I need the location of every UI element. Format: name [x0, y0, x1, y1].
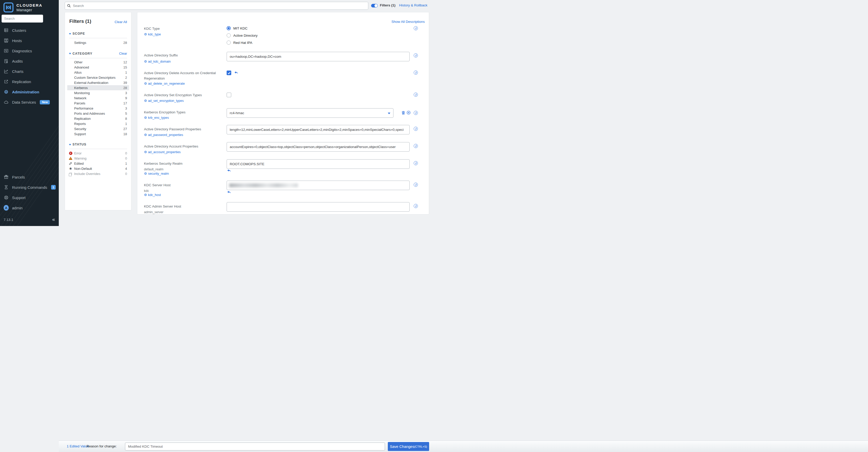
- filter-status-error[interactable]: × Error0: [67, 151, 129, 156]
- sidebar-item-hosts[interactable]: Hosts: [0, 35, 59, 46]
- history-rollback-link[interactable]: History & Rollback: [399, 3, 427, 7]
- status-section-header[interactable]: ▾ STATUS: [69, 142, 127, 149]
- filter-status-include-overrides[interactable]: Include Overrides0: [67, 171, 129, 176]
- sidebar-item-data-services[interactable]: Data Services New: [0, 97, 59, 107]
- setting-label-ad-suffix: Active Directory Suffix: [144, 53, 224, 58]
- sidebar-item-support[interactable]: Support: [0, 192, 59, 203]
- property-link-ad-set-encryption-types[interactable]: ⚙ ad_set_encryption_types: [144, 99, 184, 103]
- radio-mit-kdc[interactable]: [227, 26, 231, 30]
- property-link-security-realm[interactable]: ⚙ security_realm: [144, 172, 169, 175]
- info-icon[interactable]: i: [414, 127, 418, 131]
- ad-suffix-input[interactable]: [227, 52, 410, 61]
- filter-category-kerberos[interactable]: Kerberos28: [67, 85, 129, 90]
- radio-active-directory[interactable]: [227, 33, 231, 37]
- info-icon[interactable]: i: [414, 161, 418, 165]
- error-icon: ×: [69, 151, 72, 155]
- sidebar-item-audits[interactable]: Audits: [0, 56, 59, 66]
- undo-icon[interactable]: [227, 190, 231, 194]
- delete-value-icon[interactable]: [401, 110, 406, 115]
- gears-icon: ⚙: [144, 116, 147, 119]
- filter-status-warning[interactable]: Warning0: [67, 156, 129, 161]
- clear-all-link[interactable]: Clear All: [115, 20, 127, 24]
- info-icon[interactable]: i: [414, 204, 418, 208]
- app-logo[interactable]: CLOUDERA Manager: [3, 2, 42, 12]
- life-ring-icon: [4, 195, 9, 200]
- sidebar-item-running-commands[interactable]: Running Commands 1: [0, 182, 59, 192]
- radio-red-hat-ipa[interactable]: [227, 40, 231, 45]
- filter-category-monitoring[interactable]: Monitoring3: [67, 90, 129, 95]
- kdc-admin-server-host-input[interactable]: [227, 202, 410, 212]
- info-icon[interactable]: i: [414, 70, 418, 75]
- diagnostics-icon: [4, 48, 9, 53]
- kerberos-security-realm-input[interactable]: [227, 159, 410, 169]
- filter-category-support[interactable]: Support18: [67, 131, 129, 136]
- info-icon[interactable]: i: [414, 93, 418, 97]
- sidebar-search-input[interactable]: [2, 14, 43, 23]
- setting-label-kdc-type: KDC Type: [144, 26, 224, 32]
- undo-icon[interactable]: [234, 70, 239, 75]
- sidebar-item-label: Data Services: [12, 100, 36, 104]
- sidebar-item-replication[interactable]: Replication: [0, 76, 59, 87]
- info-icon[interactable]: i: [414, 53, 418, 58]
- scope-section-header[interactable]: ▾ SCOPE: [69, 32, 127, 38]
- ad-account-properties-input[interactable]: [227, 142, 410, 152]
- filter-category-reports[interactable]: Reports1: [67, 121, 129, 126]
- property-link-ad-account-properties[interactable]: ⚙ ad_account_properties: [144, 150, 181, 154]
- info-icon[interactable]: i: [414, 26, 418, 30]
- info-icon[interactable]: i: [414, 111, 418, 115]
- settings-search-input[interactable]: [65, 2, 368, 10]
- add-value-icon[interactable]: [406, 110, 411, 115]
- sidebar-item-diagnostics[interactable]: Diagnostics: [0, 46, 59, 56]
- info-icon[interactable]: i: [414, 183, 418, 187]
- ad-set-encryption-types-checkbox[interactable]: [227, 93, 231, 97]
- filter-category-replication[interactable]: Replication8: [67, 116, 129, 121]
- filter-category-security[interactable]: Security27: [67, 126, 129, 131]
- property-link-ad-kdc-domain[interactable]: ⚙ ad_kdc_domain: [144, 60, 171, 63]
- edited-icon: [69, 162, 72, 165]
- info-icon[interactable]: i: [414, 144, 418, 148]
- sidebar-item-charts[interactable]: Charts: [0, 66, 59, 76]
- ad-password-properties-input[interactable]: [227, 125, 410, 134]
- filter-category-performance[interactable]: Performance3: [67, 106, 129, 111]
- filter-category-ports-and-addresses[interactable]: Ports and Addresses5: [67, 111, 129, 116]
- filter-category-altus[interactable]: Altus1: [67, 70, 129, 75]
- property-link-ad-password-properties[interactable]: ⚙ ad_password_properties: [144, 133, 183, 137]
- property-link-kdc-host[interactable]: ⚙ kdc_host: [144, 193, 161, 197]
- kerberos-encryption-types-select[interactable]: rc4-hmac: [227, 108, 394, 118]
- collapse-sidebar-icon[interactable]: «: [52, 217, 55, 222]
- radio-label-mit-kdc: MIT KDC: [233, 26, 247, 30]
- chevron-down-icon: ▾: [69, 143, 71, 146]
- warning-icon: [69, 157, 72, 160]
- cloud-icon: [4, 100, 9, 105]
- sidebar-item-clusters[interactable]: Clusters: [0, 25, 59, 35]
- setting-label-kdc-admin-server-host: KDC Admin Server Host: [144, 204, 224, 209]
- filters-toggle[interactable]: [371, 4, 378, 7]
- filter-category-network[interactable]: Network9: [67, 95, 129, 101]
- undo-icon[interactable]: [227, 168, 231, 173]
- filters-toggle-label: Filters (1): [380, 3, 396, 7]
- sidebar-item-administration[interactable]: Administration: [0, 87, 59, 97]
- gears-icon: ⚙: [144, 172, 147, 175]
- filter-category-advanced[interactable]: Advanced15: [67, 65, 129, 70]
- property-link-krb-enc-types[interactable]: ⚙ krb_enc_types: [144, 116, 169, 120]
- setting-sub-admin-server: admin_server: [144, 211, 163, 214]
- new-badge: New: [40, 100, 50, 104]
- sidebar-nav: Clusters Hosts Diagnostics: [0, 25, 59, 107]
- filter-scope-settings[interactable]: Settings 28: [67, 40, 129, 45]
- show-all-descriptions-link[interactable]: Show All Descriptions: [392, 20, 425, 24]
- sidebar-item-label: Running Commands: [12, 185, 47, 190]
- sidebar-item-parcels[interactable]: Parcels: [0, 172, 59, 182]
- filter-status-edited[interactable]: Edited1: [67, 161, 129, 166]
- filter-category-external-authentication[interactable]: External Authentication39: [67, 80, 129, 85]
- filter-category-other[interactable]: Other12: [67, 60, 129, 65]
- filter-status-non-default[interactable]: ∗ Non-Default4: [67, 166, 129, 171]
- category-clear-link[interactable]: Clear: [119, 52, 127, 56]
- category-section-header[interactable]: ▾ CATEGORY Clear: [69, 52, 127, 58]
- property-link-ad-delete-on-regenerate[interactable]: ⚙ ad_delete_on_regenerate: [144, 82, 185, 86]
- filter-category-parcels[interactable]: Parcels17: [67, 101, 129, 106]
- sidebar-item-admin[interactable]: A admin: [0, 203, 59, 213]
- brand-name: CLOUDERA: [17, 3, 42, 7]
- property-link-kdc-type[interactable]: ⚙ kdc_type: [144, 33, 161, 36]
- filter-category-custom-service-descriptors[interactable]: Custom Service Descriptors2: [67, 75, 129, 80]
- ad-delete-accounts-checkbox[interactable]: [227, 70, 231, 75]
